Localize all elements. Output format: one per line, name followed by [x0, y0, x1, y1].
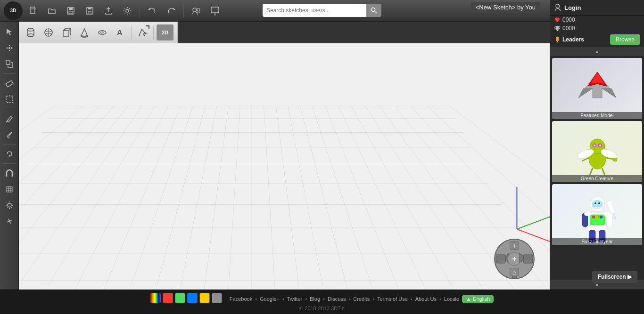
- fullscreen-button[interactable]: Fullscreen ▶: [592, 271, 637, 283]
- swatch-gray[interactable]: [212, 293, 222, 303]
- browse-button[interactable]: Browse: [610, 34, 640, 45]
- gallery-item-3[interactable]: Buzz Lightyear: [552, 184, 642, 245]
- discuss-link[interactable]: Discuss: [328, 296, 346, 302]
- swatch-blue[interactable]: [187, 293, 198, 303]
- terms-link[interactable]: Terms of Use: [377, 296, 408, 302]
- app-logo[interactable]: 3D: [4, 1, 23, 20]
- svg-point-122: [594, 145, 595, 146]
- svg-marker-117: [602, 89, 616, 98]
- right-header: Login: [550, 0, 644, 16]
- aboutus-link[interactable]: About Us: [415, 296, 437, 302]
- eraser-tool[interactable]: [2, 76, 17, 91]
- search-input[interactable]: [263, 4, 366, 17]
- svg-line-83: [288, 106, 323, 290]
- upload-button[interactable]: [100, 2, 117, 19]
- swatch-yellow[interactable]: [199, 293, 210, 303]
- swatch-red[interactable]: [163, 293, 173, 303]
- search-button[interactable]: [366, 4, 381, 17]
- gallery-item-3-title: Buzz Lightyear: [552, 238, 642, 245]
- credits-link[interactable]: Credits: [353, 296, 370, 302]
- shape-separator: [131, 26, 132, 39]
- dot8: •: [439, 296, 441, 302]
- googleplus-link[interactable]: Google+: [260, 296, 280, 302]
- svg-point-11: [214, 14, 216, 16]
- rotate-tool[interactable]: [2, 146, 17, 161]
- svg-line-86: [325, 106, 399, 290]
- grid-tool[interactable]: [2, 182, 17, 197]
- svg-line-74: [46, 106, 155, 290]
- svg-line-14: [375, 11, 377, 13]
- svg-point-133: [592, 216, 595, 218]
- svg-line-79: [19, 106, 83, 290]
- help-button[interactable]: [206, 2, 223, 19]
- custom-shape[interactable]: [134, 24, 150, 40]
- gallery-item-1[interactable]: Featured Model: [552, 58, 642, 119]
- svg-line-82: [276, 106, 299, 290]
- svg-point-52: [99, 31, 106, 34]
- top-toolbar: 3D <New Sketch> by You: [0, 0, 644, 22]
- selection-tool[interactable]: [2, 92, 17, 107]
- text-shape[interactable]: A: [112, 24, 128, 40]
- paint-tool[interactable]: [2, 111, 17, 126]
- resize-tool[interactable]: [2, 56, 17, 72]
- home-button[interactable]: ⌂: [510, 268, 519, 276]
- facebook-link[interactable]: Facebook: [230, 296, 252, 302]
- torus-shape[interactable]: [94, 24, 110, 40]
- left-toolbar: [0, 22, 19, 314]
- svg-line-76: [19, 106, 128, 290]
- svg-text:A: A: [117, 29, 123, 37]
- login-button[interactable]: Login: [564, 4, 581, 11]
- sphere-shape[interactable]: [41, 24, 57, 40]
- zoom-in-button[interactable]: +: [510, 242, 519, 250]
- nav-compass: + + ⌂: [493, 238, 536, 280]
- mode-2d-button[interactable]: 2D: [157, 24, 173, 40]
- svg-line-68: [204, 106, 228, 290]
- shape-toolbar: A 2D: [19, 22, 178, 43]
- cylinder-shape[interactable]: [23, 24, 39, 40]
- eyedrop-tool[interactable]: [2, 127, 17, 142]
- community-button[interactable]: [188, 2, 205, 19]
- svg-line-81: [264, 106, 275, 290]
- svg-rect-110: [556, 31, 559, 31]
- svg-rect-109: [557, 29, 558, 31]
- blog-link[interactable]: Blog: [310, 296, 320, 302]
- locale-link[interactable]: Locale: [444, 296, 459, 302]
- cone-shape[interactable]: [76, 24, 92, 40]
- saveas-button[interactable]: [81, 2, 98, 19]
- leaders-label: Leaders: [562, 36, 584, 43]
- svg-line-38: [11, 203, 12, 204]
- gallery-item-2-title: Green Creature: [552, 175, 642, 182]
- swatch-rainbow[interactable]: [150, 293, 161, 303]
- svg-line-70: [156, 106, 206, 290]
- language-button[interactable]: ▲ English: [462, 295, 494, 303]
- canvas-area[interactable]: + + ⌂: [19, 43, 550, 290]
- gallery-item-2[interactable]: Green Creature: [552, 121, 642, 182]
- svg-line-69: [180, 106, 217, 290]
- new-button[interactable]: [25, 2, 41, 19]
- svg-rect-3: [69, 8, 73, 10]
- svg-point-147: [584, 211, 592, 216]
- cube-shape[interactable]: [58, 24, 74, 40]
- svg-point-135: [600, 216, 603, 218]
- save-button[interactable]: [62, 2, 79, 19]
- gallery-item-1-title: Featured Model: [552, 112, 642, 119]
- heart-score: 0000: [562, 16, 575, 23]
- svg-point-7: [126, 9, 129, 12]
- gallery-container: Featured Model: [550, 56, 644, 280]
- select-tool[interactable]: [2, 24, 17, 40]
- svg-line-20: [6, 121, 7, 122]
- svg-line-87: [338, 106, 426, 290]
- open-button[interactable]: [43, 2, 60, 19]
- magnet-tool[interactable]: [2, 166, 17, 181]
- twitter-link[interactable]: Twitter: [287, 296, 302, 302]
- move-tool[interactable]: [2, 40, 17, 56]
- svg-line-39: [7, 207, 8, 208]
- svg-line-77: [19, 106, 114, 290]
- settings-button[interactable]: [119, 2, 136, 19]
- sun-tool[interactable]: [2, 198, 17, 213]
- fan-tool[interactable]: [2, 214, 17, 229]
- swatch-green[interactable]: [175, 293, 185, 303]
- undo-button[interactable]: [144, 2, 161, 19]
- redo-button[interactable]: [163, 2, 180, 19]
- gallery-prev-button[interactable]: ▲: [550, 47, 644, 56]
